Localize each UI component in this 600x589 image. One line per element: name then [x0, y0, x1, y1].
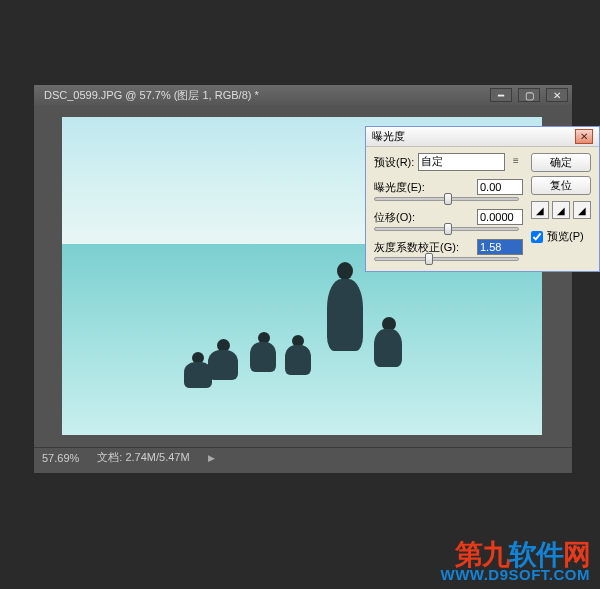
exposure-row: 曝光度(E):: [374, 179, 523, 201]
image-figure: [374, 329, 402, 367]
preset-value: 自定: [421, 155, 443, 167]
exposure-dialog: 曝光度 ✕ 预设(R): 自定 ≡ 曝光度(E):: [365, 126, 600, 272]
doc-size-value: 2.74M/5.47M: [125, 451, 189, 463]
zoom-level[interactable]: 57.69%: [42, 452, 79, 464]
minimize-button[interactable]: ━: [490, 88, 512, 102]
image-figure: [250, 342, 276, 372]
preset-select[interactable]: 自定: [418, 153, 505, 171]
eyedropper-group: ◢ ◢ ◢: [531, 201, 591, 219]
gamma-label: 灰度系数校正(G):: [374, 240, 473, 255]
watermark-text-a: 第九: [455, 539, 509, 570]
preset-label: 预设(R):: [374, 155, 414, 170]
offset-slider[interactable]: [374, 227, 519, 231]
dialog-close-button[interactable]: ✕: [575, 129, 593, 144]
exposure-slider[interactable]: [374, 197, 519, 201]
document-titlebar: DSC_0599.JPG @ 57.7% (图层 1, RGB/8) * ━ ▢…: [34, 85, 572, 105]
exposure-input[interactable]: [477, 179, 523, 195]
eyedropper-black-icon[interactable]: ◢: [531, 201, 549, 219]
exposure-label: 曝光度(E):: [374, 180, 473, 195]
maximize-button[interactable]: ▢: [518, 88, 540, 102]
eyedropper-white-icon[interactable]: ◢: [573, 201, 591, 219]
doc-size-label: 文档:: [97, 451, 122, 463]
status-flyout-icon[interactable]: ▶: [208, 453, 215, 463]
dialog-titlebar[interactable]: 曝光度 ✕: [366, 127, 599, 147]
window-controls: ━ ▢ ✕: [490, 88, 568, 102]
close-button[interactable]: ✕: [546, 88, 568, 102]
image-figure: [285, 345, 311, 375]
image-figure: [327, 279, 363, 351]
gamma-slider[interactable]: [374, 257, 519, 261]
image-figure: [208, 350, 238, 380]
gamma-row: 灰度系数校正(G):: [374, 239, 523, 261]
preview-checkbox[interactable]: [531, 231, 543, 243]
offset-input[interactable]: [477, 209, 523, 225]
document-statusbar: 57.69% 文档: 2.74M/5.47M ▶: [34, 447, 572, 467]
dialog-title: 曝光度: [372, 129, 405, 144]
preset-menu-icon[interactable]: ≡: [509, 155, 523, 169]
image-figure: [337, 262, 353, 280]
preview-label: 预览(P): [547, 229, 584, 244]
reset-button[interactable]: 复位: [531, 176, 591, 195]
gamma-input[interactable]: [477, 239, 523, 255]
preview-checkbox-row[interactable]: 预览(P): [531, 229, 591, 244]
eyedropper-gray-icon[interactable]: ◢: [552, 201, 570, 219]
document-tab[interactable]: DSC_0599.JPG @ 57.7% (图层 1, RGB/8) *: [38, 86, 265, 105]
watermark-url: WWW.D9SOFT.COM: [441, 567, 591, 583]
watermark-text-c: 网: [563, 539, 590, 570]
watermark: 第九软件网 WWW.D9SOFT.COM: [441, 540, 591, 583]
watermark-text-b: 软件: [509, 539, 563, 570]
offset-row: 位移(O):: [374, 209, 523, 231]
image-figure: [184, 362, 212, 388]
ok-button[interactable]: 确定: [531, 153, 591, 172]
offset-label: 位移(O):: [374, 210, 473, 225]
